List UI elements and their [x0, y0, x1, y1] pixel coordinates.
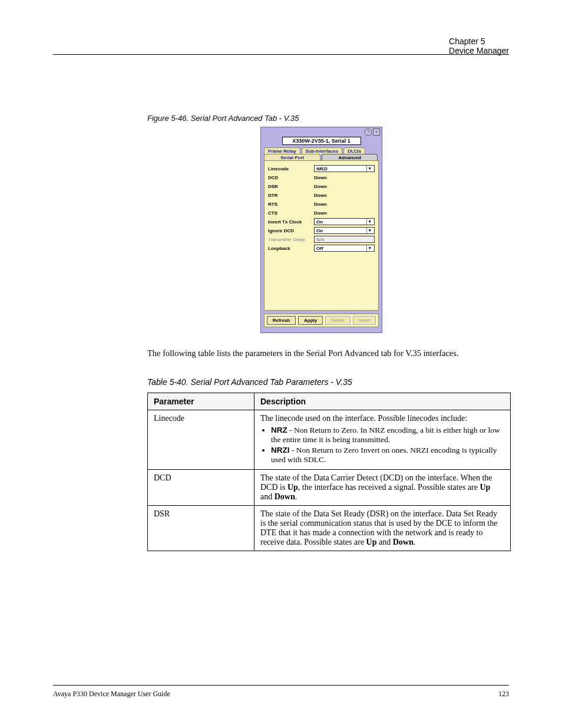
body-paragraph: The following table lists the parameters…: [147, 348, 509, 360]
field-transmitter-delay: N/A: [314, 236, 375, 243]
select-loopback[interactable]: Off ▾: [314, 245, 375, 252]
table-row: DCD The state of the Data Carrier Detect…: [148, 470, 511, 506]
row-dtr: DTR Down: [268, 191, 375, 199]
col-parameter: Parameter: [148, 393, 254, 410]
label-rts: RTS: [268, 202, 314, 207]
label-ignore-dcd: Ignore DCD: [268, 228, 314, 233]
dialog-titlebar: ? ×: [261, 127, 382, 136]
close-icon[interactable]: ×: [373, 129, 380, 136]
footer-left: Avaya P330 Device Manager User Guide: [53, 690, 170, 699]
table-caption: Table 5-40. Serial Port Advanced Tab Par…: [147, 377, 352, 387]
label-dsr: DSR: [268, 184, 314, 189]
row-invert-tx-clock: Invert Tx Clock On ▾: [268, 218, 375, 226]
label-invert-tx-clock: Invert Tx Clock: [268, 219, 314, 225]
chevron-down-icon: ▾: [366, 245, 373, 251]
row-dcd: DCD Down: [268, 173, 375, 182]
device-title: X330W-2V35-1, Serial 1: [282, 137, 361, 145]
value-dcd: Down: [314, 175, 327, 180]
label-transmitter-delay: Transmitter Delay: [268, 237, 314, 242]
param-name: DSR: [148, 506, 254, 551]
chevron-down-icon: ▾: [366, 228, 373, 233]
refresh-button[interactable]: Refresh: [267, 316, 296, 325]
apply-button[interactable]: Apply: [298, 316, 323, 325]
select-ignore-dcd[interactable]: On ▾: [314, 227, 375, 234]
param-name: Linecode: [148, 410, 254, 470]
footer-page-number: 123: [498, 690, 509, 699]
row-linecode: Linecode NRZI ▾: [268, 164, 375, 173]
table-row: Linecode The linecode used on the interf…: [148, 410, 511, 470]
value-cts: Down: [314, 210, 327, 216]
label-loopback: Loopback: [268, 246, 314, 251]
row-rts: RTS Down: [268, 200, 375, 208]
config-dialog: ? × X330W-2V35-1, Serial 1 Frame Relay S…: [260, 127, 382, 333]
value-rts: Down: [314, 202, 327, 207]
col-description: Description: [254, 393, 511, 410]
value-dsr: Down: [314, 184, 327, 189]
select-invert-tx-clock[interactable]: On ▾: [314, 218, 375, 225]
chevron-down-icon: ▾: [366, 166, 373, 172]
select-linecode[interactable]: NRZI ▾: [314, 165, 375, 172]
footer-rule: [53, 685, 509, 686]
tab-strip: Frame Relay Sub-Interfaces DLCIs Serial …: [261, 147, 382, 160]
label-dcd: DCD: [268, 175, 314, 180]
param-desc: The state of the Data Carrier Detect (DC…: [254, 470, 511, 506]
parameters-table: Parameter Description Linecode The linec…: [147, 393, 511, 551]
row-dsr: DSR Down: [268, 182, 375, 190]
button-bar: Refresh Apply Delete Insert: [264, 314, 379, 327]
delete-button: Delete: [325, 316, 351, 325]
label-cts: CTS: [268, 210, 314, 216]
label-dtr: DTR: [268, 193, 314, 198]
row-cts: CTS Down: [268, 209, 375, 217]
chevron-down-icon: ▾: [366, 219, 373, 225]
param-desc: The state of the Data Set Ready (DSR) on…: [254, 506, 511, 551]
param-name: DCD: [148, 470, 254, 506]
figure-caption: Figure 5-46. Serial Port Advanced Tab - …: [147, 114, 299, 123]
label-linecode: Linecode: [268, 166, 314, 172]
tab-content: Linecode NRZI ▾ DCD Down DSR Down DTR Do…: [264, 160, 379, 311]
param-desc: The linecode used on the interface. Poss…: [254, 410, 511, 470]
table-row: DSR The state of the Data Set Ready (DSR…: [148, 506, 511, 551]
help-icon[interactable]: ?: [365, 129, 372, 136]
row-ignore-dcd: Ignore DCD On ▾: [268, 226, 375, 235]
row-transmitter-delay: Transmitter Delay N/A: [268, 235, 375, 243]
header-text: Chapter 5 Device Manager: [449, 37, 509, 55]
insert-button: Insert: [353, 316, 376, 325]
value-dtr: Down: [314, 193, 327, 198]
row-loopback: Loopback Off ▾: [268, 244, 375, 252]
header-rule: [53, 54, 509, 55]
